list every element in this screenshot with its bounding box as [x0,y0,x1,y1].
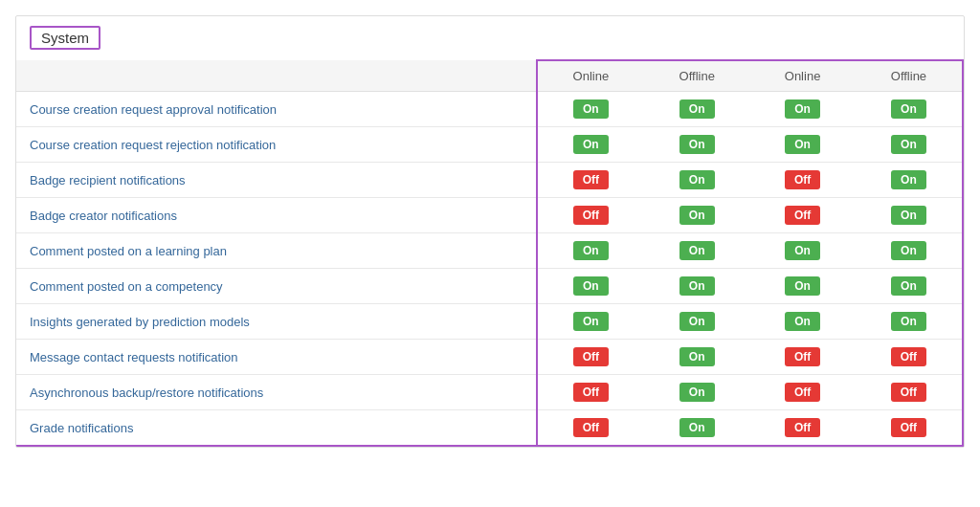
row-cell: On [749,269,856,304]
toggle-on-button[interactable]: On [573,241,609,260]
row-label: Course creation request approval notific… [16,92,537,127]
row-label: Grade notifications [16,410,537,447]
toggle-on-button[interactable]: On [679,206,715,225]
toggle-on-button[interactable]: On [679,241,715,260]
row-cell: On [644,127,749,163]
toggle-off-button[interactable]: Off [573,418,609,437]
toggle-on-button[interactable]: On [891,206,926,225]
row-cell: Off [749,410,856,447]
section-title: System [30,26,100,50]
table-row: Course creation request approval notific… [16,92,963,127]
toggle-on-button[interactable]: On [573,276,609,296]
row-cell: Off [749,375,856,410]
toggle-off-button[interactable]: Off [785,206,820,225]
toggle-off-button[interactable]: Off [785,347,820,366]
row-cell: On [644,198,749,233]
toggle-on-button[interactable]: On [573,135,609,154]
row-cell: On [856,127,963,163]
row-label: Comment posted on a learning plan [16,233,537,269]
row-cell: Off [856,340,963,375]
row-cell: On [749,233,856,269]
toggle-on-button[interactable]: On [891,99,926,119]
row-cell: Off [749,340,856,375]
toggle-on-button[interactable]: On [573,312,609,331]
toggle-off-button[interactable]: Off [573,170,609,189]
table-wrapper: Online Offline Online Offline Course cre… [16,59,964,447]
row-cell: Off [537,340,645,375]
row-label: Comment posted on a competency [16,269,537,304]
row-cell: On [644,375,749,410]
toggle-off-button[interactable]: Off [573,383,609,402]
header-col-offline1: Offline [644,60,749,92]
toggle-off-button[interactable]: Off [785,418,820,437]
row-cell: On [537,92,645,127]
row-cell: On [537,269,645,304]
row-cell: On [537,304,645,340]
section-header: System [16,16,964,59]
page-container: System Online Offline Online Offline Cou… [15,15,965,448]
row-cell: Off [537,410,645,447]
row-cell: Off [856,375,963,410]
header-col-online1: Online [537,60,645,92]
row-cell: On [856,269,963,304]
row-cell: On [644,92,749,127]
header-col-online2: Online [749,60,856,92]
row-cell: On [537,233,645,269]
toggle-on-button[interactable]: On [679,135,715,154]
table-row: Asynchronous backup/restore notification… [16,375,963,410]
row-label: Insights generated by prediction models [16,304,537,340]
toggle-on-button[interactable]: On [679,383,715,402]
row-cell: On [537,127,645,163]
row-cell: Off [537,375,645,410]
row-cell: On [749,304,856,340]
toggle-on-button[interactable]: On [679,347,715,366]
table-row: Comment posted on a learning planOnOnOnO… [16,233,963,269]
toggle-on-button[interactable]: On [891,276,926,296]
toggle-on-button[interactable]: On [891,241,926,260]
row-cell: Off [537,163,645,198]
table-body: Course creation request approval notific… [16,92,963,447]
toggle-on-button[interactable]: On [785,135,820,154]
row-cell: On [644,233,749,269]
table-row: Message contact requests notificationOff… [16,340,963,375]
toggle-off-button[interactable]: Off [573,206,609,225]
toggle-on-button[interactable]: On [891,312,926,331]
table-row: Badge recipient notificationsOffOnOffOn [16,163,963,198]
toggle-on-button[interactable]: On [785,241,820,260]
toggle-off-button[interactable]: Off [891,383,926,402]
row-cell: Off [749,163,856,198]
toggle-on-button[interactable]: On [679,170,715,189]
toggle-on-button[interactable]: On [679,276,715,296]
row-label: Asynchronous backup/restore notification… [16,375,537,410]
toggle-on-button[interactable]: On [785,312,820,331]
toggle-off-button[interactable]: Off [891,347,926,366]
row-cell: On [644,304,749,340]
toggle-on-button[interactable]: On [891,135,926,154]
row-cell: On [644,269,749,304]
row-label: Course creation request rejection notifi… [16,127,537,163]
table-row: Insights generated by prediction modelsO… [16,304,963,340]
toggle-on-button[interactable]: On [679,99,715,119]
notifications-table: Online Offline Online Offline Course cre… [16,59,964,447]
toggle-on-button[interactable]: On [785,99,820,119]
toggle-off-button[interactable]: Off [785,170,820,189]
table-row: Course creation request rejection notifi… [16,127,963,163]
header-label-col [16,60,537,92]
row-cell: Off [537,198,645,233]
toggle-on-button[interactable]: On [891,170,926,189]
row-label: Badge recipient notifications [16,163,537,198]
toggle-off-button[interactable]: Off [891,418,926,437]
toggle-on-button[interactable]: On [679,418,715,437]
row-cell: Off [749,198,856,233]
toggle-on-button[interactable]: On [679,312,715,331]
row-cell: On [856,163,963,198]
toggle-on-button[interactable]: On [785,276,820,296]
toggle-off-button[interactable]: Off [785,383,820,402]
row-cell: On [644,340,749,375]
table-row: Comment posted on a competencyOnOnOnOn [16,269,963,304]
row-cell: On [856,233,963,269]
row-cell: On [856,92,963,127]
toggle-on-button[interactable]: On [573,99,609,119]
toggle-off-button[interactable]: Off [573,347,609,366]
table-row: Badge creator notificationsOffOnOffOn [16,198,963,233]
